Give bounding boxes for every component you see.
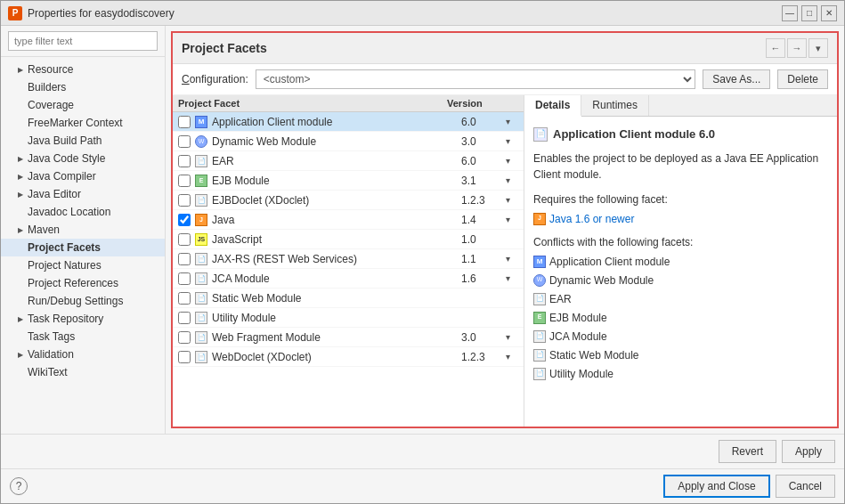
conflict-icon: M: [533, 256, 546, 268]
facet-version-dropdown[interactable]: ▾: [506, 352, 518, 362]
conflicts-label: Conflicts with the following facets:: [533, 234, 828, 250]
facet-checkbox[interactable]: [178, 155, 191, 167]
facet-row[interactable]: W Dynamic Web Module 3.0 ▾: [173, 132, 524, 151]
sidebar-item-project-facets[interactable]: Project Facets: [1, 239, 165, 256]
sidebar-item-task-repository[interactable]: ▶Task Repository: [1, 310, 165, 328]
facet-col-version-header: Version: [447, 98, 518, 109]
sidebar-item-label: Validation: [28, 348, 74, 361]
facet-version-dropdown[interactable]: ▾: [506, 156, 518, 166]
cancel-button[interactable]: Cancel: [776, 475, 835, 498]
facet-row[interactable]: 📄 Utility Module: [173, 308, 524, 328]
facet-row[interactable]: 📄 EAR 6.0 ▾: [173, 151, 524, 171]
facet-checkbox[interactable]: [178, 175, 191, 187]
conflict-icon: W: [533, 274, 546, 287]
forward-button[interactable]: →: [787, 38, 807, 58]
facet-list-panel: Project Facet Version M Application Clie…: [173, 95, 524, 427]
sidebar-item-label: Javadoc Location: [28, 206, 110, 218]
facet-row[interactable]: J Java 1.4 ▾: [173, 210, 524, 230]
sidebar-item-project-references[interactable]: Project References: [1, 274, 165, 292]
sidebar-item-label: Java Editor: [28, 188, 81, 200]
configuration-select[interactable]: <custom>: [256, 69, 696, 89]
facet-version-dropdown[interactable]: ▾: [506, 332, 518, 342]
sidebar-item-resource[interactable]: ▶Resource: [1, 61, 165, 78]
details-tab-details[interactable]: Details: [524, 95, 581, 117]
sidebar-item-label: Java Compiler: [28, 170, 96, 183]
maximize-button[interactable]: □: [801, 5, 817, 21]
facet-version-dropdown[interactable]: ▾: [506, 254, 518, 264]
facet-version-dropdown[interactable]: ▾: [506, 117, 518, 126]
facet-checkbox[interactable]: [178, 331, 191, 344]
sidebar-item-maven[interactable]: ▶Maven: [1, 221, 165, 239]
facet-version-dropdown[interactable]: ▾: [506, 195, 518, 205]
facet-checkbox[interactable]: [178, 214, 191, 226]
doc-icon: 📄: [195, 351, 207, 363]
facet-version-dropdown[interactable]: ▾: [506, 273, 518, 283]
module-icon: M: [195, 116, 207, 128]
facet-row[interactable]: 📄 EJBDoclet (XDoclet) 1.2.3 ▾: [173, 191, 524, 210]
sidebar-item-java-editor[interactable]: ▶Java Editor: [1, 185, 165, 203]
project-facets-panel: Project Facets ← → ▾ Configuration: <cus…: [171, 31, 839, 428]
delete-button[interactable]: Delete: [777, 69, 828, 89]
apply-close-button[interactable]: Apply and Close: [663, 475, 769, 498]
facet-checkbox[interactable]: [178, 292, 191, 305]
facet-row[interactable]: JS JavaScript 1.0: [173, 230, 524, 249]
bottom-area: Revert Apply ? Apply and Close Cancel: [1, 434, 844, 503]
search-input[interactable]: [8, 31, 158, 51]
facet-checkbox[interactable]: [178, 233, 191, 246]
facet-checkbox[interactable]: [178, 253, 191, 265]
doc-icon: 📄: [195, 194, 207, 207]
conflict-item: 📄JCA Module: [533, 329, 828, 345]
close-button[interactable]: ✕: [821, 5, 837, 21]
facet-checkbox[interactable]: [178, 272, 191, 285]
facet-checkbox[interactable]: [178, 312, 191, 324]
doc-icon: 📄: [195, 253, 207, 265]
facet-row[interactable]: 📄 JCA Module 1.6 ▾: [173, 269, 524, 289]
details-tab-runtimes[interactable]: Runtimes: [581, 95, 649, 116]
sidebar-item-coverage[interactable]: Coverage: [1, 96, 165, 114]
facet-checkbox[interactable]: [178, 135, 191, 148]
facet-type-icon: J: [194, 213, 208, 227]
sidebar-item-javadoc-location[interactable]: Javadoc Location: [1, 203, 165, 221]
facet-type-icon: 📄: [194, 193, 208, 207]
menu-button[interactable]: ▾: [808, 38, 828, 58]
revert-button[interactable]: Revert: [719, 440, 776, 463]
facet-checkbox[interactable]: [178, 194, 191, 207]
details-tabs: DetailsRuntimes: [524, 95, 837, 117]
facet-row[interactable]: 📄 Static Web Module: [173, 289, 524, 308]
facet-type-icon: 📄: [194, 252, 208, 266]
help-button[interactable]: ?: [10, 477, 28, 495]
sidebar-item-builders[interactable]: Builders: [1, 78, 165, 96]
sidebar-item-validation[interactable]: ▶Validation: [1, 345, 165, 363]
facet-checkbox[interactable]: [178, 351, 191, 363]
sidebar-item-run/debug-settings[interactable]: Run/Debug Settings: [1, 292, 165, 310]
minimize-button[interactable]: —: [782, 5, 798, 21]
facet-row[interactable]: 📄 Web Fragment Module 3.0 ▾: [173, 328, 524, 347]
apply-button[interactable]: Apply: [782, 440, 835, 463]
facet-version-dropdown[interactable]: ▾: [506, 175, 518, 185]
sidebar-item-java-build-path[interactable]: Java Build Path: [1, 132, 165, 150]
sidebar-item-task-tags[interactable]: Task Tags: [1, 328, 165, 345]
sidebar-item-wikitext[interactable]: WikiText: [1, 363, 165, 381]
facet-version-dropdown[interactable]: ▾: [506, 215, 518, 224]
save-as-button[interactable]: Save As...: [703, 69, 770, 89]
facet-row[interactable]: E EJB Module 3.1 ▾: [173, 171, 524, 191]
tree-arrow-icon: ▶: [15, 224, 26, 235]
sidebar-item-freemarker-context[interactable]: FreeMarker Context: [1, 114, 165, 132]
back-button[interactable]: ←: [766, 38, 785, 58]
facet-version-label: 1.0: [461, 233, 506, 246]
facet-row[interactable]: M Application Client module 6.0 ▾: [173, 112, 524, 132]
sidebar-item-java-compiler[interactable]: ▶Java Compiler: [1, 167, 165, 185]
sidebar-item-java-code-style[interactable]: ▶Java Code Style: [1, 150, 165, 167]
tree-arrow-icon: ▶: [15, 189, 26, 199]
doc-icon: 📄: [533, 293, 546, 305]
facet-checkbox[interactable]: [178, 116, 191, 128]
facet-row[interactable]: 📄 JAX-RS (REST Web Services) 1.1 ▾: [173, 249, 524, 269]
sidebar-item-label: Project Natures: [28, 259, 102, 272]
facet-type-icon: M: [194, 115, 208, 129]
facet-version-dropdown[interactable]: ▾: [506, 136, 518, 146]
facet-type-icon: E: [194, 174, 208, 188]
facet-row[interactable]: 📄 WebDoclet (XDoclet) 1.2.3 ▾: [173, 347, 524, 367]
facet-name-label: JCA Module: [212, 272, 461, 285]
sidebar-item-project-natures[interactable]: Project Natures: [1, 256, 165, 274]
conflict-icon: 📄: [533, 330, 546, 343]
